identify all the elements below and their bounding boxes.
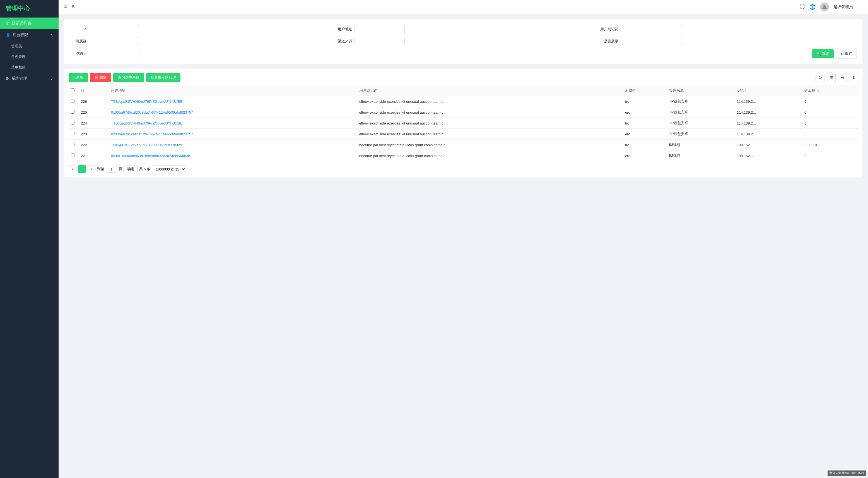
sidebar-sub-item-admin[interactable]: 管理员 <box>0 41 59 52</box>
table-row: 222 TNW4irRDZ2ckcZFp6D6371XzkPFb37nJ2s b… <box>69 140 858 150</box>
row-id: 224 <box>79 118 109 129</box>
filter-cell-display: 是否展示 <box>596 37 857 45</box>
row-address[interactable]: 0x03ba67d5caf20c8da7b67f411ba6539abd8237… <box>109 129 357 140</box>
goto-confirm-button[interactable]: 确定 <box>124 165 137 173</box>
delete-button[interactable]: 🗑 删除 <box>90 73 111 82</box>
row-channel: TP钱包安卓 <box>667 107 735 118</box>
row-address[interactable]: TTBJqad8SVHH8nrJ76PrZGcvedUYhUzfBE <box>109 118 357 129</box>
select-all-checkbox[interactable] <box>71 88 74 92</box>
row-chain: erc <box>623 107 667 118</box>
sidebar-item-mnemonic-list[interactable]: ⏱ 助记词列表 <box>0 18 59 29</box>
table-card: + 新增 🗑 删除 查询选中余额 批量展示给代理 ↻ ⊞ 🖨 ⬇ <box>64 69 862 177</box>
query-balance-button[interactable]: 查询选中余额 <box>113 73 144 82</box>
sidebar-group-sys-mgmt[interactable]: ⚙ 系统管理 ∨ <box>0 73 59 84</box>
user-mnemonic-label: 用户助记词 <box>596 27 618 32</box>
export-button[interactable]: ⬇ <box>849 73 858 82</box>
row-checkbox-cell <box>69 96 79 107</box>
filter-cell-mnemonic: 用户助记词 <box>596 25 857 33</box>
row-mnemonic: become job melt reject state violin grun… <box>357 140 623 150</box>
row-ip: 108.162.... <box>735 150 802 161</box>
proxy-id-input[interactable] <box>89 50 139 58</box>
user-mnemonic-input[interactable] <box>621 25 682 33</box>
is-display-input[interactable] <box>621 37 682 45</box>
row-id: 225 <box>79 107 109 118</box>
fullscreen-icon[interactable]: ⛶ <box>800 4 805 10</box>
menu-toggle-icon[interactable]: ≡ <box>64 4 67 10</box>
row-channel: TP钱包安卓 <box>667 129 735 140</box>
filter-cell-chain: 所属链 <box>70 37 331 45</box>
data-table: id 用户地址 用户助记词 所属链 渠道来源 ip地址 矿工费 ⇅ 226 TT… <box>69 85 858 161</box>
filter-cell-id: id <box>70 25 331 33</box>
channel-source-input[interactable] <box>354 37 405 45</box>
delete-icon: 🗑 <box>95 75 98 80</box>
search-icon: 🔍 <box>816 52 821 56</box>
toolbar-left: + 新增 🗑 删除 查询选中余额 批量展示给代理 <box>69 73 181 82</box>
row-address[interactable]: 0x8bf16a360fca63d7fa8e88f83283d74ebc44af… <box>109 150 357 161</box>
row-ip: 108.162.... <box>735 140 802 150</box>
sidebar-group-backend-perm[interactable]: 👤 后台权限 ∧ <box>0 29 59 41</box>
row-mnemonic: become job melt reject state violin grun… <box>357 150 623 161</box>
clock-icon: ⏱ <box>6 21 9 26</box>
sidebar-sub-item-menu-perm[interactable]: 菜单权限 <box>0 62 59 73</box>
user-address-input[interactable] <box>354 25 405 33</box>
row-channel: TP钱包安卓 <box>667 118 735 129</box>
column-settings-button[interactable]: ⊞ <box>827 73 836 82</box>
print-button[interactable]: 🖨 <box>838 73 847 82</box>
row-fee: 0.00001 <box>802 140 858 150</box>
reset-icon: ↻ <box>841 52 844 56</box>
row-address[interactable]: TTBJqad8SVHH8nrJ76PrZGcvedUYhUzfBE <box>109 96 357 107</box>
reset-button[interactable]: ↻ 重置 <box>836 49 857 59</box>
pagination: ‹ 1 › 到第 页 确定 共 6 条 1000000 条/页 10 条/页 2… <box>69 161 858 173</box>
table-row: 224 TTBJqad8SVHH8nrJ76PrZGcvedUYhUzfBE e… <box>69 118 858 129</box>
header-checkbox-cell <box>69 85 79 96</box>
sidebar-group-label: 后台权限 <box>12 33 28 38</box>
row-checkbox[interactable] <box>71 110 74 114</box>
row-address[interactable]: 0x03ba67d5caf20c8da7b67f411ba6539abd8237… <box>109 107 357 118</box>
goto-label: 到第 <box>97 167 104 172</box>
search-button[interactable]: 🔍 查询 <box>812 49 834 58</box>
more-icon[interactable]: ⋮ <box>858 4 862 10</box>
filter-cell-address: 用户地址 <box>333 25 593 33</box>
filter-row-2: 所属链 渠道来源 是否展示 <box>70 37 857 45</box>
row-ip: 114.139.2... <box>735 129 802 140</box>
total-count: 共 6 条 <box>139 167 150 172</box>
header-chain: 所属链 <box>623 85 667 96</box>
filter-cell-proxy-id: 代理id <box>70 50 810 58</box>
row-checkbox[interactable] <box>71 132 74 135</box>
row-channel: IM钱包 <box>667 140 735 150</box>
table-row: 221 0x8bf16a360fca63d7fa8e88f83283d74ebc… <box>69 150 858 161</box>
row-chain: erc <box>623 150 667 161</box>
refresh-table-button[interactable]: ↻ <box>815 73 825 82</box>
row-ip: 114.139.2... <box>735 96 802 107</box>
add-button[interactable]: + 新增 <box>69 73 88 82</box>
header-id: id <box>79 85 109 96</box>
avatar <box>820 2 829 11</box>
page-unit: 页 <box>119 167 122 172</box>
row-chain: trc <box>623 140 667 150</box>
row-checkbox[interactable] <box>71 99 74 103</box>
globe-icon[interactable]: 🌐 <box>809 4 815 10</box>
row-address[interactable]: TNW4irRDZ2ckcZFp6D6371XzkPFb37nJ2s <box>109 140 357 150</box>
header-fee: 矿工费 ⇅ <box>802 85 858 96</box>
refresh-icon[interactable]: ↻ <box>72 4 76 10</box>
row-chain: trc <box>623 96 667 107</box>
header-channel: 渠道来源 <box>667 85 735 96</box>
row-id: 226 <box>79 96 109 107</box>
id-input[interactable] <box>89 25 139 33</box>
row-checkbox[interactable] <box>71 121 74 125</box>
owner-chain-input[interactable] <box>89 37 139 45</box>
filter-row-1: id 用户地址 用户助记词 <box>70 25 857 33</box>
prev-page-button[interactable]: ‹ <box>69 165 76 173</box>
page-size-select[interactable]: 1000000 条/页 10 条/页 20 条/页 50 条/页 100 条/页 <box>152 166 186 173</box>
next-page-button[interactable]: › <box>88 165 95 173</box>
goto-page-input[interactable] <box>106 166 117 173</box>
row-checkbox[interactable] <box>71 143 74 146</box>
row-checkbox[interactable] <box>71 153 74 157</box>
page-1-button[interactable]: 1 <box>78 165 86 173</box>
batch-display-button[interactable]: 批量展示给代理 <box>146 73 181 82</box>
row-mnemonic: elbow exact side exercise kit unusual au… <box>357 107 623 118</box>
header-address: 用户地址 <box>109 85 357 96</box>
sidebar-sub-item-role-mgmt[interactable]: 角色管理 <box>0 52 59 62</box>
row-ip: 114.139.2... <box>735 118 802 129</box>
user-address-label: 用户地址 <box>333 27 352 32</box>
